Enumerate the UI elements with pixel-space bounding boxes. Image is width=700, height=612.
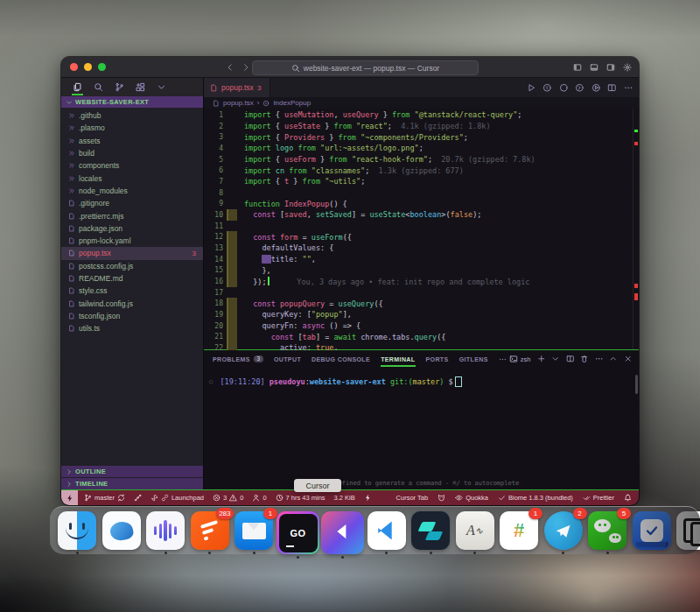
toggle-primary-sidebar-icon[interactable] bbox=[573, 63, 582, 72]
tree-item-pnpm-lock-yaml[interactable]: pnpm-lock.yaml bbox=[61, 235, 203, 247]
toggle-secondary-sidebar-icon[interactable] bbox=[606, 63, 615, 72]
terminal-scrollbar[interactable] bbox=[635, 375, 638, 394]
tree-item--github[interactable]: .github bbox=[61, 109, 203, 122]
dock-app-cursor[interactable] bbox=[323, 511, 361, 559]
panel-tab-debug-console[interactable]: DEBUG CONSOLE bbox=[312, 350, 370, 368]
status-item[interactable]: Launchpad bbox=[150, 494, 204, 502]
overview-ruler[interactable] bbox=[633, 109, 639, 349]
status-item[interactable] bbox=[364, 494, 372, 502]
file-icon bbox=[68, 213, 75, 220]
status-item[interactable] bbox=[134, 494, 142, 502]
dock-app-wechat[interactable]: 5 bbox=[588, 511, 626, 554]
tree-item-readme-md[interactable]: README.md bbox=[61, 272, 203, 285]
tree-item-postcss-config-js[interactable]: postcss.config.js bbox=[61, 260, 203, 272]
tree-item-components[interactable]: components bbox=[61, 159, 203, 172]
chevron-down-icon[interactable] bbox=[157, 82, 166, 92]
code-editor[interactable]: 1import { useMutation, useQuery } from "… bbox=[204, 109, 639, 350]
breadcrumb[interactable]: popup.tsx › IndexPopup bbox=[204, 97, 639, 109]
status-item[interactable] bbox=[624, 494, 632, 502]
dock-app-telegram[interactable]: 2 bbox=[544, 511, 583, 554]
panel-tab-problems[interactable]: PROBLEMS3 bbox=[213, 350, 263, 368]
panel-tab-terminal[interactable]: TERMINAL bbox=[381, 350, 415, 368]
status-item-master[interactable]: master bbox=[84, 494, 125, 502]
timeline-section-header[interactable]: TIMELINE bbox=[61, 478, 203, 489]
dock-app-stacked-app[interactable] bbox=[676, 511, 700, 550]
panel-tab-ports[interactable]: PORTS bbox=[426, 350, 449, 368]
panel-tab-output[interactable]: OUTPUT bbox=[274, 350, 301, 368]
dock-app-sketch-app[interactable]: A∿ bbox=[456, 511, 494, 554]
more-actions-icon[interactable] bbox=[624, 83, 634, 93]
tree-item-assets[interactable]: assets bbox=[61, 135, 203, 147]
source-control-icon[interactable] bbox=[115, 82, 124, 92]
explorer-project-header[interactable]: WEBSITE-SAVER-EXT bbox=[61, 96, 203, 108]
terminal-dropdown-icon[interactable] bbox=[551, 355, 560, 363]
search-icon[interactable] bbox=[94, 82, 103, 92]
status-item[interactable] bbox=[438, 494, 445, 502]
status-item-3-2-kib[interactable]: 3.2 KiB bbox=[334, 494, 355, 502]
nav-circle-icon[interactable] bbox=[559, 83, 569, 93]
tree-item-node-modules[interactable]: node_modules bbox=[61, 185, 203, 197]
dock-app-slack[interactable]: #1 bbox=[500, 511, 538, 550]
panel-tab-gitlens[interactable]: GITLENS bbox=[459, 350, 488, 368]
status-item-0[interactable]: 0 bbox=[252, 494, 266, 502]
new-terminal-icon[interactable] bbox=[537, 355, 546, 363]
maximize-panel-icon[interactable] bbox=[609, 355, 618, 363]
git-change-gutter bbox=[227, 154, 237, 165]
tree-item-tailwind-config-js[interactable]: tailwind.config.js bbox=[61, 297, 203, 309]
code-line: 12 const form = useForm({ bbox=[204, 231, 639, 243]
nav-back-icon[interactable] bbox=[226, 63, 234, 72]
title-bar[interactable]: website-saver-ext — popup.tsx — Cursor bbox=[61, 57, 639, 78]
tree-item-package-json[interactable]: package.json bbox=[61, 222, 203, 235]
remote-indicator[interactable] bbox=[61, 490, 78, 505]
toggle-panel-icon[interactable] bbox=[590, 63, 598, 72]
tree-item-utils-ts[interactable]: utils.ts bbox=[61, 322, 203, 334]
terminal[interactable]: ○ [19:11:20] pseudoyu:website-saver-ext … bbox=[204, 368, 639, 489]
close-panel-icon[interactable] bbox=[624, 355, 633, 363]
dock-app-warp[interactable] bbox=[411, 511, 450, 554]
code-line: 10 const [saved, setSaved] = useState<bo… bbox=[204, 209, 639, 221]
tree-item--gitignore[interactable]: .gitignore bbox=[61, 197, 203, 209]
dock-app-bird-app[interactable] bbox=[102, 511, 141, 550]
tree-item-tsconfig-json[interactable]: tsconfig.json bbox=[61, 310, 203, 322]
status-item-3[interactable]: 30 bbox=[213, 494, 243, 502]
panel-more-icon[interactable] bbox=[595, 355, 604, 363]
tree-item-locales[interactable]: locales bbox=[61, 172, 203, 184]
dock-app-follow-rss-app[interactable]: 283 bbox=[191, 511, 229, 554]
split-editor-icon[interactable] bbox=[607, 83, 617, 93]
zoom-window-button[interactable] bbox=[98, 63, 106, 71]
nav-forward-circle-icon[interactable] bbox=[575, 83, 584, 93]
tree-item--prettierrc-mjs[interactable]: .prettierrc.mjs bbox=[61, 209, 203, 222]
kill-terminal-icon[interactable] bbox=[580, 355, 589, 363]
outline-section-header[interactable]: OUTLINE bbox=[61, 466, 203, 477]
close-window-button[interactable] bbox=[70, 63, 78, 71]
dock-app-tasks-app[interactable] bbox=[633, 511, 671, 550]
run-button[interactable] bbox=[527, 83, 536, 93]
status-item-quokka[interactable]: Quokka bbox=[455, 494, 488, 502]
tree-item--plasmo[interactable]: .plasmo bbox=[61, 122, 203, 134]
dock-app-vscode[interactable] bbox=[368, 511, 406, 554]
shell-selector[interactable]: zsh bbox=[509, 355, 531, 363]
tree-item-style-css[interactable]: style.css bbox=[61, 285, 203, 297]
dock-app-finder[interactable] bbox=[58, 511, 96, 554]
tree-item-popup-tsx[interactable]: popup.tsx3 bbox=[61, 247, 203, 259]
timeline-run-icon[interactable] bbox=[592, 83, 601, 93]
minimize-window-button[interactable] bbox=[84, 63, 92, 71]
extensions-icon[interactable] bbox=[136, 82, 145, 92]
nav-forward-icon[interactable] bbox=[242, 63, 250, 72]
dock-app-goland[interactable]: GO bbox=[279, 511, 318, 559]
command-center-search[interactable]: website-saver-ext — popup.tsx — Cursor bbox=[252, 60, 479, 75]
split-terminal-icon[interactable] bbox=[566, 355, 575, 363]
tree-item-build[interactable]: build bbox=[61, 147, 203, 159]
dock-app-mail[interactable]: 1 bbox=[234, 511, 273, 554]
code-line: 15 }, bbox=[204, 264, 639, 276]
panel-tabs-more-icon[interactable] bbox=[499, 355, 507, 363]
files-icon[interactable] bbox=[73, 82, 82, 92]
status-item-cursor-tab[interactable]: Cursor Tab bbox=[396, 494, 429, 502]
customize-layout-gear-icon[interactable] bbox=[623, 63, 632, 72]
status-item-biome-1-8-3-bundled-[interactable]: Biome 1.8.3 (bundled) bbox=[498, 494, 573, 502]
nav-back-circle-icon[interactable] bbox=[542, 83, 552, 93]
dock-app-waveform-app[interactable] bbox=[146, 511, 185, 554]
status-item-7-hrs-43-mins[interactable]: 7 hrs 43 mins bbox=[276, 494, 326, 502]
status-item-prettier[interactable]: Prettier bbox=[583, 494, 614, 502]
tab-popup-tsx[interactable]: popup.tsx 3 bbox=[204, 78, 270, 97]
